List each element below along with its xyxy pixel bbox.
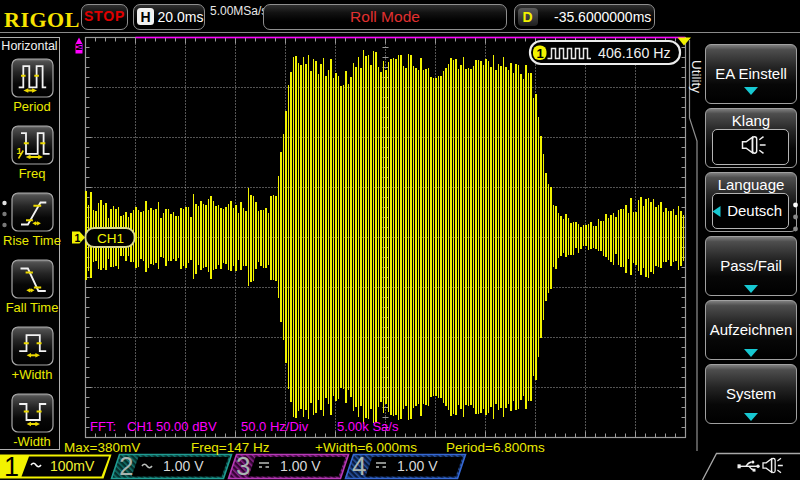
svg-text:100mV: 100mV xyxy=(50,458,95,474)
svg-text:406.160 Hz: 406.160 Hz xyxy=(598,44,671,61)
svg-text:2: 2 xyxy=(119,451,133,480)
svg-text:M: M xyxy=(74,43,84,50)
svg-text:4: 4 xyxy=(352,451,366,480)
svg-text:1: 1 xyxy=(75,232,81,244)
svg-text:CH1: CH1 xyxy=(97,231,124,246)
svg-text:1: 1 xyxy=(4,452,19,480)
svg-text:1.00 V: 1.00 V xyxy=(280,458,321,474)
svg-text:1.00 V: 1.00 V xyxy=(163,458,204,474)
svg-text:3: 3 xyxy=(236,451,250,480)
svg-text:1.00 V: 1.00 V xyxy=(397,458,438,474)
svg-text:1: 1 xyxy=(537,46,544,61)
